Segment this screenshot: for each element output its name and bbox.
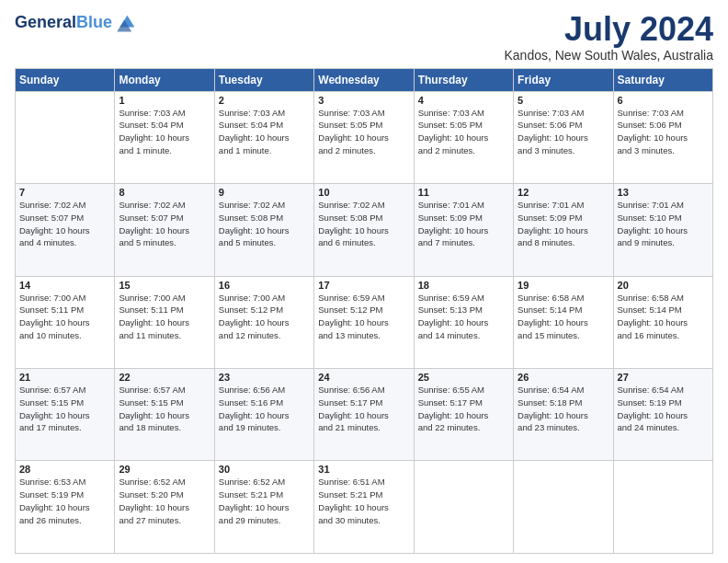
title-section: July 2024 Kandos, New South Wales, Austr… [505,11,714,63]
day-number: 28 [19,464,110,475]
cell-content: Sunrise: 7:03 AM Sunset: 5:04 PM Dayligh… [119,107,210,157]
day-number: 26 [518,372,609,383]
cell-content: Sunrise: 7:03 AM Sunset: 5:05 PM Dayligh… [418,107,509,157]
calendar-cell: 24Sunrise: 6:56 AM Sunset: 5:17 PM Dayli… [314,369,414,461]
day-number: 14 [19,280,110,291]
calendar-cell: 10Sunrise: 7:02 AM Sunset: 5:08 PM Dayli… [314,184,414,276]
day-number: 27 [618,372,709,383]
day-number: 1 [119,95,210,106]
calendar-cell: 21Sunrise: 6:57 AM Sunset: 5:15 PM Dayli… [16,369,115,461]
calendar-cell: 12Sunrise: 7:01 AM Sunset: 5:09 PM Dayli… [514,184,613,276]
calendar-cell: 28Sunrise: 6:53 AM Sunset: 5:19 PM Dayli… [16,461,115,554]
day-header-wednesday: Wednesday [314,68,414,91]
day-number: 17 [318,280,409,291]
calendar-cell: 20Sunrise: 6:58 AM Sunset: 5:14 PM Dayli… [613,276,712,368]
calendar-cell: 27Sunrise: 6:54 AM Sunset: 5:19 PM Dayli… [613,369,712,461]
calendar-cell: 26Sunrise: 6:54 AM Sunset: 5:18 PM Dayli… [514,369,613,461]
calendar-header-row: SundayMondayTuesdayWednesdayThursdayFrid… [16,68,713,91]
day-number: 29 [119,464,210,475]
day-number: 24 [318,372,409,383]
calendar-cell: 1Sunrise: 7:03 AM Sunset: 5:04 PM Daylig… [115,91,214,183]
cell-content: Sunrise: 6:55 AM Sunset: 5:17 PM Dayligh… [418,384,509,434]
day-header-saturday: Saturday [613,68,712,91]
cell-content: Sunrise: 7:02 AM Sunset: 5:08 PM Dayligh… [318,199,409,249]
day-header-tuesday: Tuesday [214,68,313,91]
calendar-cell: 23Sunrise: 6:56 AM Sunset: 5:16 PM Dayli… [214,369,313,461]
day-number: 19 [518,280,609,291]
day-number: 4 [418,95,509,106]
calendar-cell: 13Sunrise: 7:01 AM Sunset: 5:10 PM Dayli… [613,184,712,276]
day-number: 30 [219,464,310,475]
calendar-cell: 8Sunrise: 7:02 AM Sunset: 5:07 PM Daylig… [115,184,214,276]
cell-content: Sunrise: 6:58 AM Sunset: 5:14 PM Dayligh… [618,292,709,342]
day-number: 15 [119,280,210,291]
calendar-week-2: 7Sunrise: 7:02 AM Sunset: 5:07 PM Daylig… [16,184,713,276]
day-number: 25 [418,372,509,383]
day-number: 7 [19,187,110,198]
calendar-cell: 6Sunrise: 7:03 AM Sunset: 5:06 PM Daylig… [613,91,712,183]
cell-content: Sunrise: 6:54 AM Sunset: 5:19 PM Dayligh… [618,384,709,434]
logo-icon [114,11,136,33]
cell-content: Sunrise: 6:57 AM Sunset: 5:15 PM Dayligh… [19,384,110,434]
calendar-cell: 31Sunrise: 6:51 AM Sunset: 5:21 PM Dayli… [314,461,414,554]
calendar-cell [414,461,513,554]
day-header-thursday: Thursday [414,68,513,91]
cell-content: Sunrise: 7:02 AM Sunset: 5:07 PM Dayligh… [119,199,210,249]
logo: GeneralBlue [15,11,136,35]
day-header-friday: Friday [514,68,613,91]
cell-content: Sunrise: 7:01 AM Sunset: 5:09 PM Dayligh… [518,199,609,249]
cell-content: Sunrise: 7:03 AM Sunset: 5:04 PM Dayligh… [219,107,310,157]
calendar-week-4: 21Sunrise: 6:57 AM Sunset: 5:15 PM Dayli… [16,369,713,461]
cell-content: Sunrise: 7:02 AM Sunset: 5:08 PM Dayligh… [219,199,310,249]
day-number: 12 [518,187,609,198]
cell-content: Sunrise: 6:51 AM Sunset: 5:21 PM Dayligh… [318,476,409,526]
calendar-cell: 17Sunrise: 6:59 AM Sunset: 5:12 PM Dayli… [314,276,414,368]
calendar-cell: 22Sunrise: 6:57 AM Sunset: 5:15 PM Dayli… [115,369,214,461]
cell-content: Sunrise: 7:03 AM Sunset: 5:05 PM Dayligh… [318,107,409,157]
day-number: 6 [618,95,709,106]
calendar-cell: 25Sunrise: 6:55 AM Sunset: 5:17 PM Dayli… [414,369,513,461]
logo-text: GeneralBlue [15,14,112,32]
calendar-week-1: 1Sunrise: 7:03 AM Sunset: 5:04 PM Daylig… [16,91,713,183]
location: Kandos, New South Wales, Australia [505,48,714,63]
calendar-table: SundayMondayTuesdayWednesdayThursdayFrid… [15,68,713,554]
cell-content: Sunrise: 7:03 AM Sunset: 5:06 PM Dayligh… [618,107,709,157]
calendar-cell: 9Sunrise: 7:02 AM Sunset: 5:08 PM Daylig… [214,184,313,276]
cell-content: Sunrise: 7:01 AM Sunset: 5:09 PM Dayligh… [418,199,509,249]
cell-content: Sunrise: 6:52 AM Sunset: 5:20 PM Dayligh… [119,476,210,526]
day-number: 2 [219,95,310,106]
cell-content: Sunrise: 7:00 AM Sunset: 5:12 PM Dayligh… [219,292,310,342]
cell-content: Sunrise: 6:56 AM Sunset: 5:16 PM Dayligh… [219,384,310,434]
calendar-cell [613,461,712,554]
day-number: 9 [219,187,310,198]
day-number: 13 [618,187,709,198]
month-title: July 2024 [505,11,714,48]
calendar-cell: 19Sunrise: 6:58 AM Sunset: 5:14 PM Dayli… [514,276,613,368]
cell-content: Sunrise: 7:01 AM Sunset: 5:10 PM Dayligh… [618,199,709,249]
cell-content: Sunrise: 6:59 AM Sunset: 5:13 PM Dayligh… [418,292,509,342]
day-header-sunday: Sunday [16,68,115,91]
cell-content: Sunrise: 6:53 AM Sunset: 5:19 PM Dayligh… [19,476,110,526]
calendar-cell: 4Sunrise: 7:03 AM Sunset: 5:05 PM Daylig… [414,91,513,183]
calendar-cell: 2Sunrise: 7:03 AM Sunset: 5:04 PM Daylig… [214,91,313,183]
calendar-cell: 15Sunrise: 7:00 AM Sunset: 5:11 PM Dayli… [115,276,214,368]
calendar-cell: 7Sunrise: 7:02 AM Sunset: 5:07 PM Daylig… [16,184,115,276]
cell-content: Sunrise: 6:57 AM Sunset: 5:15 PM Dayligh… [119,384,210,434]
calendar-week-3: 14Sunrise: 7:00 AM Sunset: 5:11 PM Dayli… [16,276,713,368]
page: GeneralBlue July 2024 Kandos, New South … [0,0,728,563]
cell-content: Sunrise: 7:02 AM Sunset: 5:07 PM Dayligh… [19,199,110,249]
day-number: 10 [318,187,409,198]
day-number: 5 [518,95,609,106]
day-number: 18 [418,280,509,291]
cell-content: Sunrise: 7:03 AM Sunset: 5:06 PM Dayligh… [518,107,609,157]
day-number: 11 [418,187,509,198]
calendar-week-5: 28Sunrise: 6:53 AM Sunset: 5:19 PM Dayli… [16,461,713,554]
day-number: 22 [119,372,210,383]
calendar-cell [16,91,115,183]
calendar-cell: 3Sunrise: 7:03 AM Sunset: 5:05 PM Daylig… [314,91,414,183]
cell-content: Sunrise: 7:00 AM Sunset: 5:11 PM Dayligh… [119,292,210,342]
calendar-cell [514,461,613,554]
calendar-cell: 11Sunrise: 7:01 AM Sunset: 5:09 PM Dayli… [414,184,513,276]
day-number: 16 [219,280,310,291]
calendar-cell: 16Sunrise: 7:00 AM Sunset: 5:12 PM Dayli… [214,276,313,368]
